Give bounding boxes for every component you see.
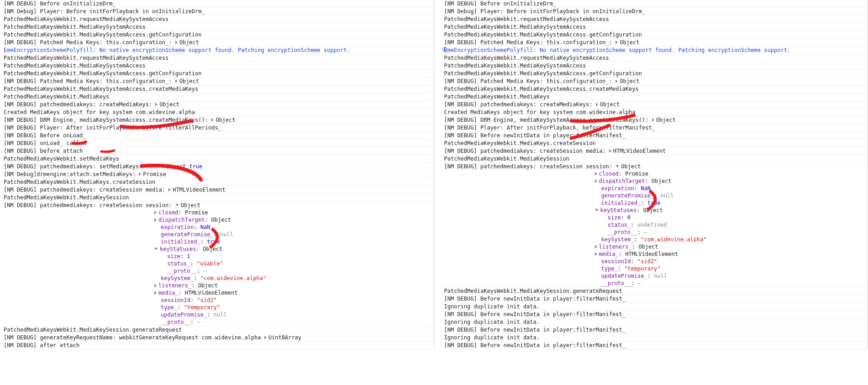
log-line: Ignoring duplicate init data. (443, 318, 865, 326)
log-line: [NM DEBUG] after attach (3, 342, 431, 349)
log-line: [NM DEBUG] patchedmediakeys: createMedia… (3, 101, 431, 109)
log-prefix: [NM DEBUG] Patched Media Keys: this.conf… (444, 39, 616, 46)
disclosure-icon[interactable] (211, 118, 214, 122)
log-prefix: [NM DEBUG] patchedmediakeys: createMedia… (444, 101, 596, 108)
log-line: PatchedMediaKeysWebkit.MediaKeySystemAcc… (443, 62, 865, 70)
disclosure-icon[interactable] (154, 218, 157, 222)
log-line: PatchedMediaKeysWebkit.MediaKeySession (443, 155, 865, 163)
log-text: EmeEncryptionSchemePolyfill: No native e… (4, 47, 350, 53)
disclosure-icon[interactable] (155, 103, 158, 106)
log-line: Created MediaKeys object for key system … (443, 109, 865, 116)
object-label[interactable]: Object (620, 78, 639, 84)
log-line: [NM DEBUG] Before onLoad_ (3, 132, 431, 140)
object-label[interactable]: Object (620, 39, 639, 46)
disclosure-icon[interactable] (595, 179, 597, 183)
disclosure-icon[interactable] (595, 172, 597, 176)
log-line: PatchedMediaKeysWebkit.requestMediaKeySy… (3, 54, 431, 62)
log-prefix: [NM DEBUG] Patched Media Keys: this.conf… (444, 78, 616, 84)
log-prefix: [NM DEBUG] patchedmediakeys: createSessi… (4, 187, 168, 193)
log-line: PatchedMediaKeysWebkit.MediaKeySystemAcc… (3, 31, 431, 39)
log-line: Ignoring duplicate init data. (443, 334, 865, 342)
log-line: [NM DEBUG] generateKeyRequestName: webki… (3, 334, 431, 342)
true-label: true (189, 163, 202, 170)
disclosure-icon[interactable] (595, 245, 597, 249)
log-line: [NM DEBUG] Before newInitData in player:… (443, 132, 865, 140)
log-line: PatchedMediaKeysWebkit.MediaKeySystemAcc… (3, 85, 431, 93)
disclosure-icon[interactable] (154, 211, 157, 214)
log-line: [NM DEBUG] onLoad_ called (3, 140, 431, 147)
disclosure-icon[interactable] (162, 165, 164, 168)
disclosure-icon[interactable] (652, 118, 654, 122)
disclosure-icon[interactable] (175, 41, 178, 44)
log-line: [NM DEBUG] Patched Media Keys: this.conf… (443, 78, 865, 85)
htmlvideo-label[interactable]: HTMLVideoElement (173, 187, 226, 193)
disclosure-icon[interactable] (264, 336, 267, 339)
log-line: [NM DEBUG] Player: After initForPlayback… (443, 124, 865, 132)
log-prefix: [NM DEBUG] generateKeyRequestName: webki… (4, 334, 264, 341)
console-pane-right: [NM DEBUG] Before onInitializeDrm_ [NM D… (434, 0, 868, 349)
log-line: [NM DEBUG] DRM Engine, mediaKeySystemAcc… (443, 116, 865, 124)
object-label[interactable]: Object (179, 39, 199, 46)
log-line: Created MediaKeys object for key system … (3, 109, 431, 116)
console-pane-left: [NM DEBUG] Before onInitializeDrm_ [NM D… (0, 0, 434, 349)
log-line: [NM DEBUG] Player: After initForPlayback… (3, 124, 431, 132)
disclosure-open-icon[interactable] (154, 248, 158, 250)
log-prefix: [NM DEBUG] patchedmediakeys: createSessi… (444, 148, 609, 154)
object-expanded: closed: Promise dispatchTarget: Object e… (3, 209, 431, 326)
log-prefix: [NM DEBUG] Patched Media Keys: this.conf… (4, 78, 175, 84)
log-line: [NM Debug] Player: Before initForPlaybac… (3, 8, 431, 16)
object-label[interactable]: Object (621, 163, 641, 170)
promise-label[interactable]: Promise (143, 171, 166, 177)
object-label[interactable]: Object (656, 117, 676, 123)
log-line: [NM DEBUG] Before newInitData in player:… (443, 342, 865, 349)
object-label[interactable]: Object (600, 101, 620, 108)
disclosure-icon[interactable] (154, 284, 157, 287)
log-line: PatchedMediaKeysWebkit.MediaKeys (3, 93, 431, 101)
object-label[interactable]: Object (166, 163, 186, 170)
disclosure-icon[interactable] (168, 188, 171, 192)
log-line: PatchedMediaKeysWebkit.MediaKeySession (3, 194, 431, 202)
log-info: iEmeEncryptionSchemePolyfill: No native … (443, 47, 865, 54)
object-label[interactable]: Object (159, 101, 179, 108)
log-prefix: [NM DEBUG] Patched Media Keys: this.conf… (4, 39, 175, 46)
object-label[interactable]: Object (181, 202, 200, 208)
log-line: [NM DEBUG] patchedmediakeys: createSessi… (3, 186, 431, 194)
log-line: PatchedMediaKeysWebkit.MediaKeySystemAcc… (443, 23, 865, 31)
object-label[interactable]: Object (179, 78, 199, 84)
log-line: PatchedMediaKeysWebkit.MediaKeySystemAcc… (443, 70, 865, 78)
disclosure-open-icon[interactable] (175, 204, 179, 206)
object-label[interactable]: Object (216, 117, 235, 123)
log-prefix: [NM DEBUG] patchedmediakeys: createSessi… (4, 202, 175, 208)
disclosure-icon[interactable] (154, 291, 157, 295)
disclosure-icon[interactable] (139, 172, 141, 176)
log-prefix: [NM DEBUG] patchedmediakeys: createSessi… (444, 163, 616, 170)
log-line: PatchedMediaKeysWebkit.MediaKeySystemAcc… (3, 23, 431, 31)
log-line: PatchedMediaKeysWebkit.MediaKeySession.g… (443, 287, 865, 295)
log-line: [NM DEBUG] patchedmediakeys: createSessi… (443, 163, 865, 170)
log-line: PatchedMediaKeysWebkit.MediaKeySystemAcc… (443, 31, 865, 39)
log-line: [NM DEBUG] patchedmediakeys: createMedia… (443, 101, 865, 109)
disclosure-open-icon[interactable] (595, 209, 599, 211)
log-line: [NM DEBUG] DRM Engine, mediaKeySystemAcc… (3, 116, 431, 124)
log-line: [NM DEBUG] patchedmediakeys: setMediaKey… (3, 163, 431, 171)
log-text: EmeEncryptionSchemePolyfill: No native e… (444, 47, 791, 53)
disclosure-icon[interactable] (595, 252, 597, 256)
disclosure-icon[interactable] (609, 149, 611, 153)
disclosure-icon[interactable] (175, 79, 178, 83)
log-prefix: [NM DEBUG] DRM Engine, mediaKeySystemAcc… (444, 117, 652, 123)
disclosure-icon[interactable] (596, 103, 598, 106)
log-line: [NM DEBUG] Patched Media Keys: this.conf… (443, 39, 865, 47)
disclosure-icon[interactable] (615, 41, 618, 44)
log-prefix: [NM DEBUG] patchedmediakeys: setMediaKey… (4, 163, 146, 170)
disclosure-icon[interactable] (615, 79, 618, 83)
log-line: PatchedMediaKeysWebkit.requestMediaKeySy… (443, 54, 865, 62)
disclosure-open-icon[interactable] (615, 165, 619, 167)
htmlvideo-label[interactable]: HTMLVideoElement (613, 148, 666, 154)
log-line: PatchedMediaKeysWebkit.requestMediaKeySy… (443, 16, 865, 23)
log-line: [NM DEBUG] patchedmediakeys: createSessi… (3, 202, 431, 209)
log-info: EmeEncryptionSchemePolyfill: No native e… (3, 47, 431, 54)
log-line: PatchedMediaKeysWebkit.setMediaKeys (3, 155, 431, 163)
log-line: [NM DEBUG] Patched Media Keys: this.conf… (3, 39, 431, 47)
log-line: [NM DEBUG] Patched Media Keys: this.conf… (3, 78, 431, 85)
uint8-label[interactable]: Uint8Array (268, 334, 301, 341)
